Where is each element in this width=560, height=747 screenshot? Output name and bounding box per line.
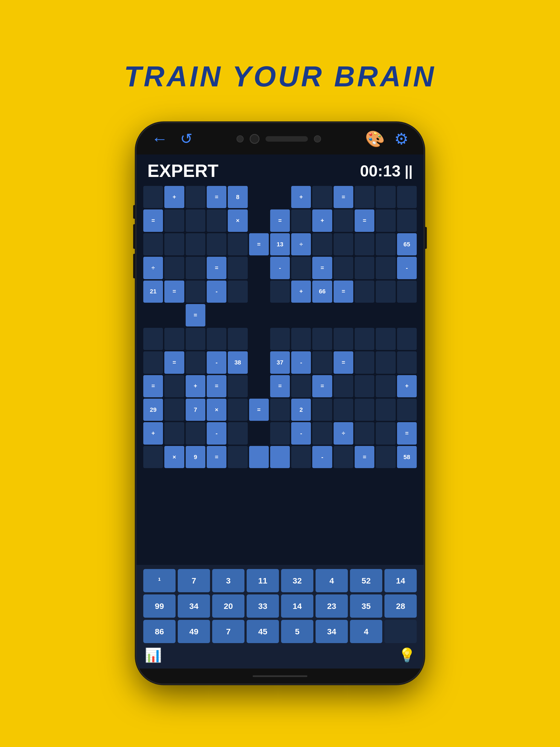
cell-r5c4[interactable]: - — [207, 281, 226, 303]
key-99[interactable]: 99 — [143, 594, 176, 618]
cell-r11c1[interactable]: + — [143, 422, 163, 444]
cell-r10c3[interactable]: 7 — [186, 398, 205, 421]
cell-r2c7[interactable]: = — [270, 209, 290, 232]
cell-r4c7[interactable]: - — [270, 257, 290, 279]
volume-up-button[interactable] — [133, 205, 136, 219]
cell-r8c5[interactable]: 38 — [228, 351, 248, 374]
cell-r9c3[interactable]: + — [186, 375, 205, 397]
cell-r4c1[interactable]: ÷ — [143, 257, 163, 279]
settings-icon[interactable]: ⚙ — [394, 130, 408, 148]
front-camera-right — [314, 135, 321, 143]
cell-r12c3[interactable]: 9 — [186, 446, 205, 468]
palette-icon[interactable]: 🎨 — [365, 130, 385, 148]
cell-r9c13[interactable]: + — [397, 375, 417, 397]
key-3[interactable]: 3 — [212, 569, 245, 592]
cell-r6c3[interactable]: = — [186, 304, 205, 326]
cell-r1c10[interactable]: = — [334, 186, 353, 208]
cell-r9c7[interactable]: = — [270, 375, 290, 397]
key-1[interactable]: ¹ — [143, 569, 176, 592]
cell-r8c2[interactable]: = — [164, 351, 184, 374]
cell-r4c2 — [164, 257, 184, 279]
cell-r5c8[interactable]: + — [291, 281, 311, 303]
key-35[interactable]: 35 — [350, 594, 382, 618]
cell-r9c1[interactable]: = — [143, 375, 163, 397]
cell-r11c8[interactable]: - — [291, 422, 311, 444]
cell-r11c4[interactable]: - — [207, 422, 226, 444]
key-14[interactable]: 14 — [384, 569, 417, 592]
cell-r7c1 — [143, 328, 163, 350]
cell-r11c13[interactable]: = — [397, 422, 417, 444]
cell-r5c1[interactable]: 21 — [143, 281, 163, 303]
cell-r1c3 — [186, 186, 205, 208]
cell-r3c7[interactable]: 13 — [270, 233, 290, 255]
cell-r12c4[interactable]: = — [207, 446, 226, 468]
key-23[interactable]: 23 — [315, 594, 348, 618]
stats-icon[interactable]: 📊 — [145, 647, 161, 663]
cell-r8c8[interactable]: - — [291, 351, 311, 374]
cell-r12c9[interactable]: - — [312, 446, 332, 468]
cell-r5c10[interactable]: = — [334, 281, 353, 303]
cell-r3c8[interactable]: ÷ — [291, 233, 311, 255]
cell-r8c13 — [397, 351, 417, 374]
cell-r1c8[interactable]: + — [291, 186, 311, 208]
key-20[interactable]: 20 — [212, 594, 245, 618]
home-bar — [136, 669, 424, 684]
cell-r4c9[interactable]: = — [312, 257, 332, 279]
cell-r5c9[interactable]: 66 — [312, 281, 332, 303]
cell-r3c13[interactable]: 65 — [397, 233, 417, 255]
cell-r1c5[interactable]: 8 — [228, 186, 248, 208]
cell-r2c9[interactable]: + — [312, 209, 332, 232]
cell-r2c1[interactable]: = — [143, 209, 163, 232]
cell-r10c6[interactable]: = — [249, 398, 269, 421]
volume-down-button[interactable] — [133, 224, 136, 249]
hint-icon[interactable]: 💡 — [399, 647, 415, 663]
cell-r11c6 — [249, 422, 269, 444]
cell-r10c2 — [164, 398, 184, 421]
key-28[interactable]: 28 — [384, 594, 417, 618]
cell-r1c2[interactable]: + — [164, 186, 184, 208]
key-52[interactable]: 52 — [350, 569, 382, 592]
cell-r12c7[interactable] — [270, 446, 290, 468]
cell-r4c4[interactable]: = — [207, 257, 226, 279]
cell-r4c13[interactable]: - — [397, 257, 417, 279]
cell-r6c13 — [397, 304, 417, 326]
key-86[interactable]: 86 — [143, 620, 176, 643]
cell-r12c13[interactable]: 58 — [397, 446, 417, 468]
cell-r10c1[interactable]: 29 — [143, 398, 163, 421]
cell-r12c2[interactable]: × — [164, 446, 184, 468]
cell-r1c4[interactable]: = — [207, 186, 226, 208]
cell-r10c8[interactable]: 2 — [291, 398, 311, 421]
key-4[interactable]: 4 — [315, 569, 348, 592]
key-32[interactable]: 32 — [281, 569, 313, 592]
key-11[interactable]: 11 — [247, 569, 279, 592]
power-button[interactable] — [424, 227, 427, 249]
cell-r8c7[interactable]: 37 — [270, 351, 290, 374]
cell-r3c6[interactable]: = — [249, 233, 269, 255]
cell-r8c10[interactable]: = — [334, 351, 353, 374]
key-34[interactable]: 34 — [178, 594, 210, 618]
cell-r2c5[interactable]: × — [228, 209, 248, 232]
cell-r5c2[interactable]: = — [164, 281, 184, 303]
cell-r2c11[interactable]: = — [355, 209, 374, 232]
cell-r9c4[interactable]: = — [207, 375, 226, 397]
cell-r11c10[interactable]: ÷ — [334, 422, 353, 444]
pause-button[interactable]: || — [405, 163, 413, 179]
back-icon[interactable]: ← — [152, 129, 168, 148]
cell-r8c4[interactable]: - — [207, 351, 226, 374]
key-14b[interactable]: 14 — [281, 594, 313, 618]
key-4b[interactable]: 4 — [350, 620, 382, 643]
key-49[interactable]: 49 — [178, 620, 210, 643]
key-33[interactable]: 33 — [247, 594, 279, 618]
key-7[interactable]: 7 — [178, 569, 210, 592]
key-45[interactable]: 45 — [247, 620, 279, 643]
key-34b[interactable]: 34 — [315, 620, 348, 643]
cell-r12c11[interactable]: = — [355, 446, 374, 468]
cell-r12c5 — [228, 446, 248, 468]
cell-r10c4[interactable]: × — [207, 398, 226, 421]
cell-r9c9[interactable]: = — [312, 375, 332, 397]
cell-r12c6[interactable] — [249, 446, 269, 468]
key-5[interactable]: 5 — [281, 620, 313, 643]
refresh-icon[interactable]: ↺ — [180, 130, 193, 147]
key-7b[interactable]: 7 — [212, 620, 245, 643]
silent-button[interactable] — [133, 254, 136, 278]
